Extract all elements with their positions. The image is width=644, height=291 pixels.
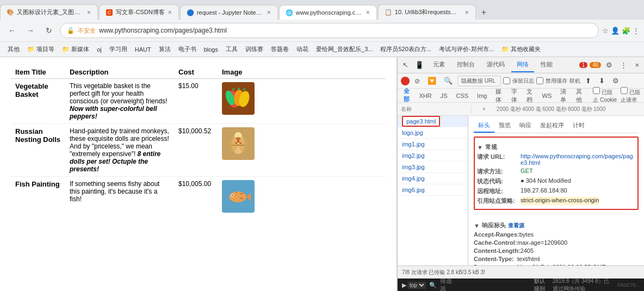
tab-urllib[interactable]: 📋 10. Urllib3和requests的使用-Gi... ×: [378, 4, 476, 20]
bookmark-star-button[interactable]: ☆: [602, 27, 609, 35]
export-button[interactable]: ⬇: [596, 75, 608, 86]
svg-point-20: [229, 191, 246, 202]
devtools-dots-button[interactable]: ⋮: [617, 59, 630, 71]
tab-csdn[interactable]: C 写文章-CSDN博客 ×: [99, 4, 179, 20]
bookmark-training[interactable]: 训练赛: [242, 44, 267, 54]
back-button[interactable]: ←: [4, 23, 20, 38]
more-options-button[interactable]: ⋮: [633, 27, 640, 35]
file-item-img6[interactable]: img6.jpg: [398, 184, 468, 196]
record-button[interactable]: [401, 77, 410, 85]
extensions-button[interactable]: 🧩: [622, 27, 630, 35]
dt-tab-sources[interactable]: 源代码: [481, 58, 510, 72]
file-item-logo[interactable]: logo.jpg: [398, 127, 468, 139]
dt-tab-console[interactable]: 控制台: [451, 58, 480, 72]
bookmark-animation[interactable]: 动花: [293, 44, 312, 54]
chip-other[interactable]: 其他: [573, 87, 585, 104]
detail-tab-timing[interactable]: 计时: [568, 119, 589, 133]
file-selected-label[interactable]: page3.html: [402, 116, 440, 127]
bookmark-media[interactable]: 新媒体: [59, 44, 92, 54]
preserve-log-checkbox[interactable]: [503, 77, 510, 84]
filter-toggle-button[interactable]: 🔽: [425, 75, 439, 86]
general-section-title[interactable]: ▼ 常规: [477, 143, 635, 151]
console-level-select[interactable]: top: [407, 282, 426, 289]
address-box[interactable]: 🔓 不安全 www.pythonscraping.com/pages/page3…: [60, 23, 599, 38]
bookmark-aigei[interactable]: 爱给网_音效配乐_3...: [313, 44, 376, 54]
new-tab-button[interactable]: +: [477, 5, 491, 20]
settings-network-button[interactable]: ⚙: [610, 75, 622, 86]
device-toolbar-button[interactable]: 📱: [412, 59, 426, 71]
webpage-content: Item Title Description Cost Image Vegeta…: [0, 57, 397, 291]
console-selector-icon[interactable]: 🔍: [429, 282, 437, 289]
svg-point-16: [237, 140, 239, 143]
detail-tab-initiator[interactable]: 发起程序: [536, 119, 568, 133]
file-item-page3[interactable]: page3.html: [398, 116, 468, 127]
close-file-list[interactable]: ×: [482, 106, 486, 112]
chip-xhr[interactable]: XHR: [416, 92, 434, 100]
bookmark-programmer[interactable]: 程序员520表白方...: [377, 44, 435, 54]
tab-close-jupyter[interactable]: ×: [267, 9, 271, 16]
chip-media[interactable]: 媒体: [493, 87, 505, 104]
tab-figma[interactable]: 🎨 又图标设计元素_又图标免报素材 ×: [0, 4, 98, 20]
desc-text-veg: This vegetable basket is the perfect gif…: [70, 82, 167, 105]
file-item-img4[interactable]: img4.jpg: [398, 173, 468, 184]
tab-close-urllib[interactable]: ×: [465, 9, 469, 16]
console-filter-input[interactable]: [456, 282, 531, 288]
reload-button[interactable]: ↻: [41, 23, 57, 38]
detail-tab-headers[interactable]: 标头: [474, 119, 494, 133]
inspect-element-button[interactable]: ↖: [400, 59, 411, 71]
bookmark-tools[interactable]: 工具: [222, 44, 241, 54]
response-section-title[interactable]: ▼ 响应标头 查看源: [474, 221, 639, 230]
tab-pythonscraping[interactable]: 🌐 www.pythonscraping.com/page... ×: [279, 5, 377, 20]
tab-close-csdn[interactable]: ×: [168, 9, 172, 16]
file-item-img2[interactable]: img2.jpg: [398, 150, 468, 162]
disable-cache-checkbox[interactable]: [536, 77, 543, 84]
devtools-close-button[interactable]: ×: [632, 59, 642, 71]
devtools-settings-button[interactable]: ⚙: [603, 59, 615, 71]
bookmark-answers[interactable]: 答题卷: [268, 44, 292, 54]
chip-img[interactable]: Img: [474, 92, 490, 100]
file-item-img3[interactable]: img3.jpg: [398, 162, 468, 173]
tab-close-figma[interactable]: ×: [87, 9, 91, 16]
blocked-request-checkbox[interactable]: [621, 87, 628, 94]
bookmark-other[interactable]: 其他: [4, 44, 23, 54]
chip-manifest[interactable]: 清单: [558, 87, 569, 104]
request-method-value: GET: [521, 168, 533, 176]
dt-tab-network[interactable]: 网络: [511, 58, 534, 72]
filter-input-box[interactable]: 隐藏数据 URL: [457, 76, 501, 86]
request-url-value[interactable]: http://www.pythonscraping.com/pages/page…: [521, 153, 635, 166]
bookmark-algo[interactable]: 算法: [156, 44, 174, 54]
blocked-cookie-checkbox[interactable]: [593, 87, 600, 94]
bookmark-oj[interactable]: oj: [94, 45, 105, 54]
detail-tab-preview[interactable]: 预览: [494, 119, 515, 133]
bookmark-study[interactable]: 学习用: [106, 44, 131, 54]
dt-tab-elements[interactable]: 元素: [428, 58, 450, 72]
tab-close-pythonscraping[interactable]: ×: [366, 9, 370, 16]
bookmark-projects[interactable]: 项目等: [24, 44, 58, 54]
detail-tab-response[interactable]: 响应: [515, 119, 536, 133]
search-button[interactable]: 🔍: [441, 75, 455, 86]
item-image-fish: [218, 177, 386, 216]
forward-button[interactable]: →: [23, 23, 38, 38]
profile-button[interactable]: 👤: [611, 27, 620, 35]
bookmark-blogs[interactable]: blogs: [201, 45, 221, 54]
content-length-row: Content-Length: 2405: [474, 247, 639, 254]
chip-js[interactable]: JS: [438, 92, 450, 100]
file-item-img1[interactable]: img1.jpg: [398, 139, 468, 150]
chip-doc[interactable]: 文档: [524, 87, 536, 104]
console-level-selector[interactable]: ▶ top: [402, 282, 426, 289]
tab-jupyter[interactable]: 🔵 request - Jupyter Notebook ×: [180, 5, 278, 20]
import-button[interactable]: ⬆: [583, 75, 594, 86]
bookmark-exam[interactable]: 考试与评价-郑州市...: [436, 44, 497, 54]
dt-tab-performance[interactable]: 性能: [535, 58, 558, 72]
devtools-toolbar: ↖ 📱 元素 控制台 源代码 网络 性能 1 46 ⚙ ⋮ ×: [398, 57, 644, 73]
chip-all[interactable]: 全部: [401, 86, 413, 105]
bookmark-more[interactable]: 其他收藏夹: [498, 44, 544, 54]
clear-button[interactable]: ⊘: [412, 76, 423, 86]
chip-css[interactable]: CSS: [453, 92, 471, 100]
chip-ws[interactable]: WS: [540, 92, 555, 100]
bookmark-haut[interactable]: HAUT: [132, 45, 154, 54]
bookmark-ebook[interactable]: 电子书: [175, 44, 200, 54]
console-default-level[interactable]: 默认级别: [534, 277, 549, 291]
chip-font[interactable]: 字体: [509, 87, 521, 104]
view-source-link[interactable]: 查看源: [508, 222, 524, 230]
